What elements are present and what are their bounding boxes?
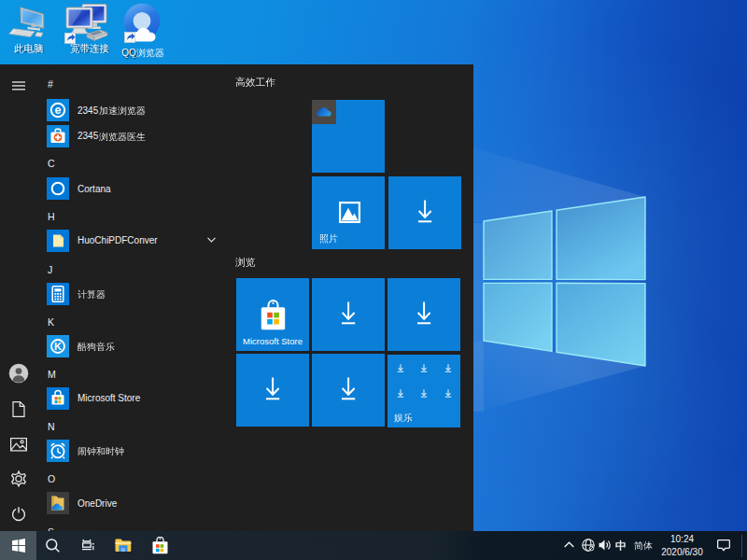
svg-text:K: K	[54, 341, 62, 352]
svg-text:e: e	[55, 104, 62, 117]
